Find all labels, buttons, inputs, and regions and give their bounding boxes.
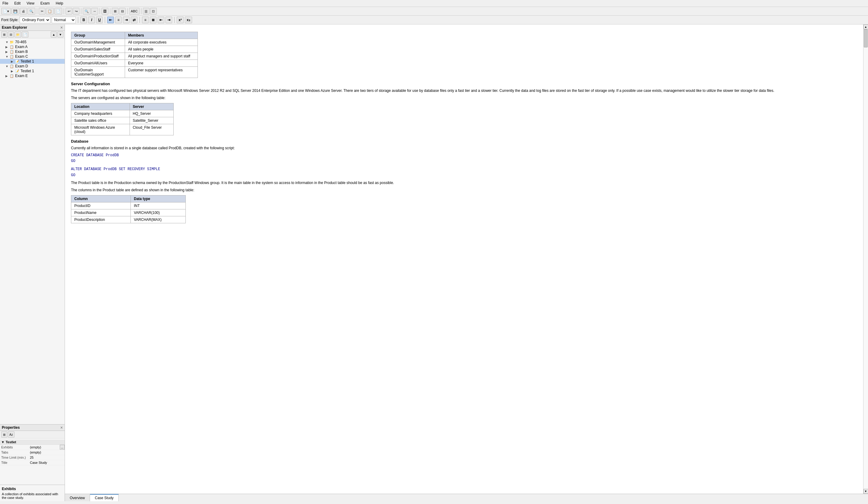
copy-btn[interactable]: 📋 <box>46 8 54 14</box>
font-size-select[interactable]: Normal <box>52 17 76 23</box>
explorer-btn2[interactable]: ⊟ <box>8 31 14 38</box>
tree-item-examA[interactable]: ▶ 📋 Exam A <box>0 44 65 49</box>
align-left-btn[interactable]: ⇤ <box>107 17 114 23</box>
redo-btn[interactable]: ↪ <box>73 8 80 14</box>
toggle-root[interactable]: ▼ <box>6 41 10 44</box>
properties-header: Properties × <box>0 424 65 431</box>
col-btn[interactable]: ||| <box>143 8 149 14</box>
tree-item-examE[interactable]: ▶ 📋 Exam E <box>0 73 65 78</box>
properties-panel: Properties × ⊞ Az ▼ Testlet Exhibits (em… <box>0 424 65 485</box>
group-name: OurDomain\AllUsers <box>71 60 125 67</box>
explorer-down-btn[interactable]: ▼ <box>58 31 63 38</box>
tree-label-examB: Exam B <box>15 50 28 54</box>
scroll-down-btn[interactable]: ▼ <box>864 489 868 494</box>
tree-item-root[interactable]: ▼ 📁 70-465 <box>0 40 65 44</box>
exam-explorer-close[interactable]: × <box>60 25 63 30</box>
toggle-examE[interactable]: ▶ <box>6 74 10 78</box>
paste-btn[interactable]: 📄 <box>54 8 62 14</box>
properties-close[interactable]: × <box>60 425 63 430</box>
merge-btn[interactable]: ⊡ <box>150 8 157 14</box>
list-bullet-btn[interactable]: ≡ <box>142 17 148 23</box>
table-row: OurDomain\SalesStaff All sales people <box>71 46 198 53</box>
undo-btn[interactable]: ↩ <box>65 8 72 14</box>
folder-icon: 📁 <box>10 40 14 44</box>
menu-help[interactable]: Help <box>55 1 65 6</box>
font-style-select[interactable]: Ordinary Font <box>20 17 50 23</box>
superscript-btn[interactable]: x² <box>177 17 184 23</box>
exam-icon-c: 📋 <box>10 55 14 59</box>
list-number-btn[interactable]: ≣ <box>150 17 156 23</box>
toggle-testlet1c[interactable]: ▶ <box>11 60 15 63</box>
italic-btn[interactable]: I <box>88 17 95 23</box>
indent-increase-btn[interactable]: ⇥ <box>166 17 172 23</box>
toggle-examA[interactable]: ▶ <box>6 45 10 49</box>
product-col-column: Column <box>71 195 131 202</box>
table-btn[interactable]: ⊞ <box>112 8 118 14</box>
exam-explorer-title: Exam Explorer <box>2 25 27 30</box>
bold-btn[interactable]: B <box>80 17 87 23</box>
scroll-thumb[interactable] <box>864 29 868 48</box>
table-props-btn[interactable]: ⊟ <box>119 8 126 14</box>
tab-overview[interactable]: Overview <box>65 494 90 501</box>
server-name: Satellite_Server <box>130 117 173 124</box>
toggle-examC[interactable]: ▼ <box>6 55 10 58</box>
product-col-name: ProductName <box>71 209 131 216</box>
explorer-btn4[interactable]: 📄 <box>22 31 28 38</box>
servers-col-location: Location <box>71 103 130 110</box>
tab-case-study[interactable]: Case Study <box>90 494 119 501</box>
toggle-examD[interactable]: ▼ <box>6 65 10 68</box>
print-btn[interactable]: 🖨 <box>20 8 27 14</box>
table-row: OurDomain\ProductionStaff All product ma… <box>71 53 198 60</box>
group-members: All corporate executives <box>125 39 197 46</box>
table-row: Microsoft Windows Azure(cloud) Cloud_Fil… <box>71 124 174 135</box>
justify-btn[interactable]: ⇄ <box>131 17 137 23</box>
menu-view[interactable]: View <box>25 1 35 6</box>
scroll-up-btn[interactable]: ▲ <box>864 24 868 29</box>
props-table: ▼ Testlet Exhibits (empty) ... Tabs (emp… <box>0 439 65 485</box>
tree-item-examC[interactable]: ▼ 📋 Exam C <box>0 54 65 59</box>
main-layout: Exam Explorer × ⊞ ⊟ 📁 📄 ▲ ▼ ▼ 📁 70-465 ▶ <box>0 24 868 501</box>
server-name: Cloud_File Server <box>130 124 173 135</box>
save-btn[interactable]: 💾 <box>11 8 19 14</box>
print-preview-btn[interactable]: 🔍 <box>28 8 35 14</box>
explorer-btn1[interactable]: ⊞ <box>1 31 7 38</box>
groups-col-group: Group <box>71 32 125 39</box>
indent-decrease-btn[interactable]: ⇤ <box>158 17 164 23</box>
menubar: File Edit View Exam Help <box>0 0 868 7</box>
scrollbar[interactable]: ▲ ▼ <box>863 24 868 494</box>
props-section-testlet: ▼ Testlet <box>0 440 65 445</box>
tree-item-testlet1d[interactable]: ▶ 📝 Testlet 1 <box>0 69 65 73</box>
menu-edit[interactable]: Edit <box>13 1 22 6</box>
code-line-2: GO <box>71 158 857 164</box>
tree-item-examB[interactable]: ▶ 📋 Exam B <box>0 49 65 54</box>
underline-btn[interactable]: U <box>96 17 103 23</box>
toggle-testlet1d[interactable]: ▶ <box>11 70 15 73</box>
tree-item-examD[interactable]: ▼ 📋 Exam D <box>0 64 65 69</box>
menu-exam[interactable]: Exam <box>39 1 51 6</box>
left-panel: Exam Explorer × ⊞ ⊟ 📁 📄 ▲ ▼ ▼ 📁 70-465 ▶ <box>0 24 65 501</box>
align-right-btn[interactable]: ⇥ <box>123 17 130 23</box>
tree-label-root: 70-465 <box>15 40 26 44</box>
toggle-examB[interactable]: ▶ <box>6 50 10 53</box>
exhibits-title: Exhibits <box>2 487 63 491</box>
tree-label-examE: Exam E <box>15 74 28 78</box>
exhibits-ellipsis-btn[interactable]: ... <box>60 445 65 450</box>
align-center-btn[interactable]: ≡ <box>115 17 122 23</box>
image-btn[interactable]: 🖼 <box>102 8 108 14</box>
content-scroll[interactable]: Group Members OurDomain\Management All c… <box>65 24 863 494</box>
explorer-btn3[interactable]: 📁 <box>14 31 21 38</box>
find-btn[interactable]: 🔍 <box>83 8 91 14</box>
props-btn1[interactable]: ⊞ <box>1 431 7 438</box>
menu-file[interactable]: File <box>1 1 9 6</box>
props-btn2[interactable]: Az <box>8 431 14 438</box>
explorer-up-btn[interactable]: ▲ <box>51 31 57 38</box>
table-row: OurDomain\Management All corporate execu… <box>71 39 198 46</box>
replace-btn[interactable]: ↔ <box>91 8 98 14</box>
cut-btn[interactable]: ✂ <box>39 8 45 14</box>
new-btn[interactable]: 📄▾ <box>1 8 11 14</box>
tree-item-testlet1c[interactable]: ▶ 📝 Testlet 1 <box>0 59 65 64</box>
server-config-desc: The IT department has configured two phy… <box>71 88 857 93</box>
code-line-4: GO <box>71 173 857 178</box>
subscript-btn[interactable]: x₂ <box>185 17 192 23</box>
spell-btn[interactable]: ABC <box>129 8 140 14</box>
